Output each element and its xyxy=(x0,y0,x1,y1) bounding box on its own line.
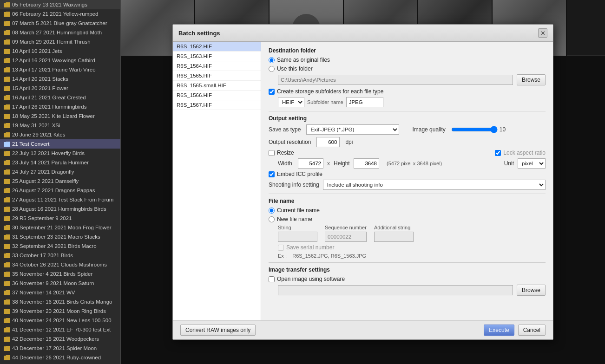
sidebar-item-25[interactable]: 30 September 21 2021 Moon Frog Flower xyxy=(0,223,120,232)
sidebar-item-18[interactable]: 23 July 14 2021 Parula Hummer xyxy=(0,158,120,167)
file-item-3[interactable]: R6S_1565.HIF xyxy=(173,71,261,81)
sidebar-item-label-32: 37 November 14 2021 WV xyxy=(12,290,75,295)
create-subfolders-check-label[interactable]: Create storage subfolders for each file … xyxy=(269,88,383,95)
sidebar-item-35[interactable]: 40 November 24 2021 New Lens 100-500 xyxy=(0,316,120,325)
lock-aspect-check-label[interactable]: Lock aspect ratio xyxy=(495,150,546,156)
software-path-input[interactable] xyxy=(278,285,513,295)
sidebar-item-36[interactable]: 41 December 12 2021 EF 70-300 test Ext xyxy=(0,325,120,334)
sidebar-item-6[interactable]: 10 April 10 2021 Jets xyxy=(0,46,120,56)
folder-path-input[interactable] xyxy=(278,75,513,85)
sidebar-item-9[interactable]: 14 April 20 2021 Stacks xyxy=(0,74,120,84)
save-serial-checkbox[interactable] xyxy=(278,245,284,251)
sidebar-item-4[interactable]: 08 March 27 2021 Hummingbird Moth xyxy=(0,28,120,37)
file-item-4[interactable]: R6S_1565-small.HIF xyxy=(173,81,261,91)
sidebar-item-26[interactable]: 31 September 23 2021 Macro Stacks xyxy=(0,232,120,241)
current-file-name-radio[interactable] xyxy=(269,208,275,214)
close-button[interactable]: ✕ xyxy=(538,28,547,38)
save-serial-check-label[interactable]: Save serial number xyxy=(278,244,334,251)
execute-button[interactable]: Execute xyxy=(484,325,514,336)
sidebar-item-22[interactable]: 27 August 11 2021 Test Stack From Forum xyxy=(0,195,120,204)
sidebar-item-10[interactable]: 15 April 20 2021 Flower xyxy=(0,84,120,93)
embed-icc-check-label[interactable]: Embed ICC profile xyxy=(269,171,322,177)
use-this-folder-radio-label[interactable]: Use this folder xyxy=(269,65,313,72)
sidebar-item-label-16: 21 Test Convert xyxy=(12,141,49,147)
subfolder-name-input[interactable] xyxy=(346,97,383,107)
sidebar-item-38[interactable]: 43 December 17 2021 Spider Moon xyxy=(0,344,120,353)
embed-icc-checkbox[interactable] xyxy=(269,171,275,177)
open-software-checkbox[interactable] xyxy=(269,276,275,282)
sidebar-item-31[interactable]: 36 November 9 2021 Moon Saturn xyxy=(0,279,120,288)
sidebar-item-label-33: 38 November 16 2021 Birds Gnats Mango xyxy=(12,299,112,305)
sidebar-item-12[interactable]: 17 April 26 2021 Hummingbirds xyxy=(0,102,120,111)
cancel-button[interactable]: Cancel xyxy=(518,325,546,336)
file-item-1[interactable]: R6S_1563.HIF xyxy=(173,52,261,61)
current-file-name-radio-label[interactable]: Current file name xyxy=(269,207,320,214)
sidebar-item-29[interactable]: 34 October 26 2021 Clouds Mushrooms xyxy=(0,260,120,269)
sidebar-item-label-19: 24 July 27 2021 Dragonfly xyxy=(12,169,74,175)
resize-checkbox[interactable] xyxy=(269,150,275,156)
sidebar-item-11[interactable]: 16 April 21 2021 Great Crested xyxy=(0,93,120,102)
sidebar-item-14[interactable]: 19 May 31 2021 XSi xyxy=(0,121,120,130)
same-as-original-radio-label[interactable]: Same as original files xyxy=(269,57,330,63)
file-item-6[interactable]: R6S_1567.HIF xyxy=(173,100,261,110)
sidebar-item-23[interactable]: 28 August 16 2021 Hummingbirds Birds xyxy=(0,204,120,214)
subfolder-name-label: Subfolder name xyxy=(307,99,343,105)
save-as-type-select[interactable]: Exif-JPEG (*.JPG) xyxy=(306,124,399,135)
same-as-original-radio[interactable] xyxy=(269,57,275,63)
use-this-folder-radio[interactable] xyxy=(269,66,275,72)
sidebar-item-label-11: 16 April 21 2021 Great Crested xyxy=(12,95,86,100)
file-item-5[interactable]: R6S_1566.HIF xyxy=(173,91,261,100)
output-resolution-input[interactable] xyxy=(316,137,340,147)
shooting-info-select[interactable]: Include all shooting info xyxy=(323,180,546,190)
sequence-input[interactable] xyxy=(325,232,367,242)
width-input[interactable] xyxy=(298,158,323,169)
string-input[interactable] xyxy=(278,232,317,242)
output-resolution-label: Output resolution xyxy=(269,139,311,145)
unit-select[interactable]: pixel xyxy=(518,158,546,169)
sidebar-item-24[interactable]: 29 R5 September 9 2021 xyxy=(0,214,120,223)
sidebar-item-33[interactable]: 38 November 16 2021 Birds Gnats Mango xyxy=(0,297,120,306)
sidebar-item-1[interactable]: 05 February 13 2021 Waxwings xyxy=(0,0,120,9)
lock-aspect-checkbox[interactable] xyxy=(495,150,501,156)
new-file-name-radio[interactable] xyxy=(269,216,275,222)
sidebar-item-label-36: 41 December 12 2021 EF 70-300 test Ext xyxy=(12,327,111,332)
sidebar-item-2[interactable]: 06 February 21 2021 Yellow-rumped xyxy=(0,9,120,19)
sidebar-item-40[interactable]: Canon Forum xyxy=(0,362,120,364)
resize-check-label[interactable]: Resize xyxy=(269,150,294,156)
sidebar-item-28[interactable]: 33 October 17 2021 Birds xyxy=(0,251,120,260)
sidebar-item-21[interactable]: 26 August 7 2021 Dragons Pappas xyxy=(0,186,120,195)
image-transfer-label: Image transfer settings xyxy=(269,266,546,273)
create-subfolders-checkbox[interactable] xyxy=(269,89,275,95)
sidebar-item-20[interactable]: 25 August 2 2021 Damselfly xyxy=(0,176,120,186)
file-name-label: File name xyxy=(269,198,546,204)
heif-select[interactable]: HEIF xyxy=(278,97,304,107)
sidebar-item-13[interactable]: 18 May 25 2021 Kite Lizard Flower xyxy=(0,111,120,121)
sidebar-item-19[interactable]: 24 July 27 2021 Dragonfly xyxy=(0,167,120,176)
new-file-name-radio-label[interactable]: New file name xyxy=(269,216,312,222)
file-item-0[interactable]: R6S_1562.HIF xyxy=(173,42,261,52)
sidebar-item-16[interactable]: 21 Test Convert xyxy=(0,139,120,149)
sidebar-item-27[interactable]: 32 September 24 2021 Birds Macro xyxy=(0,241,120,251)
browse-software-button[interactable]: Browse xyxy=(517,285,546,296)
sidebar-item-17[interactable]: 22 July 12 2021 Hoverfly Birds xyxy=(0,149,120,158)
sidebar-item-label-20: 25 August 2 2021 Damselfly xyxy=(12,178,79,184)
sidebar-item-37[interactable]: 42 December 15 2021 Woodpeckers xyxy=(0,334,120,344)
sidebar-item-5[interactable]: 09 March 29 2021 Hermit Thrush xyxy=(0,37,120,46)
sidebar-item-7[interactable]: 12 April 16 2021 Waxwings Catbird xyxy=(0,56,120,65)
sidebar-list: 05 February 13 2021 Waxwings06 February … xyxy=(0,0,120,364)
dialog-overlay: Batch settings ✕ R6S_1562.HIFR6S_1563.HI… xyxy=(121,0,605,364)
file-item-2[interactable]: R6S_1564.HIF xyxy=(173,61,261,71)
sidebar-item-30[interactable]: 35 November 4 2021 Birds Spider xyxy=(0,269,120,279)
open-software-check-label[interactable]: Open image using software xyxy=(269,276,345,282)
additional-string-input[interactable] xyxy=(374,232,414,242)
image-quality-slider[interactable] xyxy=(451,126,498,133)
convert-raw-button[interactable]: Convert RAW images only xyxy=(180,325,256,336)
sidebar-item-34[interactable]: 39 November 20 2021 Moon Ring Birds xyxy=(0,306,120,316)
sidebar-item-39[interactable]: 44 December 26 2021 Ruby-crowned xyxy=(0,353,120,362)
height-input[interactable] xyxy=(354,158,379,169)
browse-folder-button[interactable]: Browse xyxy=(517,74,546,85)
sidebar-item-32[interactable]: 37 November 14 2021 WV xyxy=(0,288,120,297)
sidebar-item-15[interactable]: 20 June 29 2021 Kites xyxy=(0,130,120,139)
sidebar-item-3[interactable]: 07 March 5 2021 Blue-gray Gnatcatcher xyxy=(0,19,120,28)
sidebar-item-8[interactable]: 13 April 17 2021 Prairie Warb Vireo xyxy=(0,65,120,74)
